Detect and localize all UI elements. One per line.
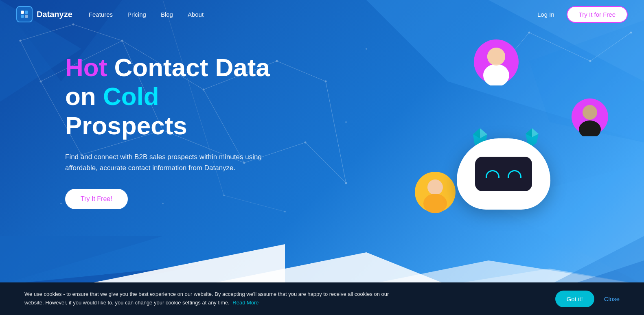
svg-point-44 xyxy=(325,81,327,83)
hero-content: Hot Contact Data on Cold Prospects Find … xyxy=(0,0,285,209)
svg-point-43 xyxy=(345,182,347,184)
svg-point-68 xyxy=(427,179,443,195)
nav-pricing[interactable]: Pricing xyxy=(127,11,146,18)
svg-marker-11 xyxy=(81,244,285,285)
svg-point-57 xyxy=(366,48,367,50)
svg-marker-9 xyxy=(0,236,163,285)
hero-section: Hot Contact Data on Cold Prospects Find … xyxy=(0,0,644,285)
svg-marker-12 xyxy=(204,252,448,285)
svg-point-54 xyxy=(284,211,286,212)
cookie-banner: We use cookies - to ensure that we give … xyxy=(0,282,644,285)
svg-point-50 xyxy=(630,32,632,34)
svg-marker-13 xyxy=(366,260,644,285)
hero-headline: Hot Contact Data on Cold Prospects xyxy=(65,53,285,140)
svg-point-65 xyxy=(583,105,597,120)
svg-point-69 xyxy=(423,194,447,213)
avatar-3 xyxy=(414,171,457,214)
headline-part1: Contact Data xyxy=(107,53,270,81)
login-link[interactable]: Log In xyxy=(537,11,554,18)
svg-marker-15 xyxy=(570,260,644,285)
mascot-area xyxy=(408,33,611,236)
try-free-nav-button[interactable]: Try It for Free xyxy=(567,6,628,23)
svg-marker-10 xyxy=(0,265,204,285)
svg-point-63 xyxy=(487,48,505,66)
svg-point-56 xyxy=(345,121,347,123)
avatar-2 xyxy=(571,98,609,136)
svg-point-42 xyxy=(304,142,307,144)
nav-about[interactable]: About xyxy=(188,11,204,18)
nav-links: Features Pricing Blog About xyxy=(89,11,537,18)
navbar: Datanyze Features Pricing Blog About Log… xyxy=(0,0,644,28)
headline-part2: Prospects xyxy=(65,112,187,140)
svg-rect-0 xyxy=(21,11,24,14)
svg-rect-1 xyxy=(25,11,28,14)
svg-rect-3 xyxy=(25,15,28,18)
nav-right: Log In Try It for Free xyxy=(537,6,628,23)
svg-rect-2 xyxy=(21,15,24,18)
hot-word: Hot xyxy=(65,53,107,81)
robot-mascot xyxy=(457,138,550,220)
svg-marker-17 xyxy=(550,236,644,285)
cold-word: Cold xyxy=(103,82,159,110)
nav-blog[interactable]: Blog xyxy=(161,11,173,18)
brand-name: Datanyze xyxy=(37,10,72,19)
svg-line-32 xyxy=(326,81,346,183)
logo[interactable]: Datanyze xyxy=(16,6,72,22)
svg-line-30 xyxy=(305,142,346,183)
hero-subheadline: Find and connect with B2B sales prospect… xyxy=(65,151,285,173)
try-free-hero-button[interactable]: Try It Free! xyxy=(65,189,128,209)
avatar-1 xyxy=(473,39,520,85)
nav-features[interactable]: Features xyxy=(89,11,113,18)
headline-on: on xyxy=(65,82,103,110)
logo-icon xyxy=(16,6,33,22)
